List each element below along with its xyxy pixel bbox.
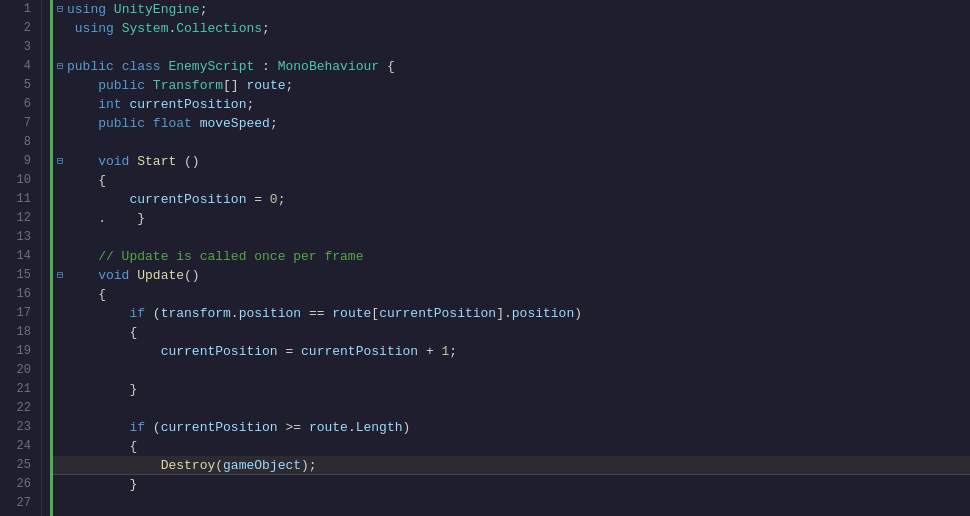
fold-9[interactable]: ⊟: [53, 152, 67, 171]
token: public: [98, 78, 145, 93]
token: MonoBehaviour: [278, 59, 379, 74]
token: Transform: [153, 78, 223, 93]
fold-1[interactable]: ⊟: [53, 0, 67, 19]
line-number-23: 23: [0, 418, 31, 437]
token: if: [129, 306, 145, 321]
line-number-6: 6: [0, 95, 31, 114]
line-number-24: 24: [0, 437, 31, 456]
token: =: [246, 192, 269, 207]
token: .: [348, 420, 356, 435]
line-number-26: 26: [0, 475, 31, 494]
code-line-27: [50, 494, 970, 513]
token: ;: [285, 78, 293, 93]
token: }: [129, 382, 137, 397]
code-line-10: {: [50, 171, 970, 190]
code-line-24: {: [50, 437, 970, 456]
code-line-11: currentPosition = 0;: [50, 190, 970, 209]
token: currentPosition: [379, 306, 496, 321]
token: 0: [270, 192, 278, 207]
token: {: [98, 287, 106, 302]
code-line-3: [50, 38, 970, 57]
token: ;: [270, 116, 278, 131]
tokens-18: {: [67, 323, 137, 342]
token: (: [215, 458, 223, 473]
code-line-5: public Transform[] route;: [50, 76, 970, 95]
token: {: [129, 439, 137, 454]
tokens-4: public class EnemyScript : MonoBehaviour…: [67, 57, 395, 76]
line-number-2: 2: [0, 19, 31, 38]
token: class: [122, 59, 161, 74]
token: using: [75, 21, 114, 36]
token: [67, 211, 98, 226]
tokens-7: public float moveSpeed;: [67, 114, 278, 133]
code-line-20: [50, 361, 970, 380]
tokens-24: {: [67, 437, 137, 456]
token: currentPosition: [129, 192, 246, 207]
token: public: [67, 59, 114, 74]
token: void: [98, 154, 129, 169]
token: Length: [356, 420, 403, 435]
line-number-25: 25: [0, 456, 31, 475]
token: [67, 21, 75, 36]
tokens-23: if (currentPosition >= route.Length): [67, 418, 410, 437]
token: ==: [301, 306, 332, 321]
tokens-2: using System.Collections;: [67, 19, 270, 38]
line-number-27: 27: [0, 494, 31, 513]
tokens-19: currentPosition = currentPosition + 1;: [67, 342, 457, 361]
code-line-2: using System.Collections;: [50, 19, 970, 38]
token: ): [403, 420, 411, 435]
token: [145, 116, 153, 131]
line-number-20: 20: [0, 361, 31, 380]
token: {: [379, 59, 395, 74]
line-number-19: 19: [0, 342, 31, 361]
token: >=: [278, 420, 309, 435]
token: gameObject: [223, 458, 301, 473]
token: [67, 249, 98, 264]
token: :: [254, 59, 277, 74]
token: (: [145, 420, 161, 435]
line-number-14: 14: [0, 247, 31, 266]
code-line-18: {: [50, 323, 970, 342]
code-line-6: int currentPosition;: [50, 95, 970, 114]
line-number-18: 18: [0, 323, 31, 342]
token: [67, 173, 98, 188]
code-line-13: [50, 228, 970, 247]
code-line-9: ⊟ void Start (): [50, 152, 970, 171]
token: route: [332, 306, 371, 321]
tokens-6: int currentPosition;: [67, 95, 254, 114]
code-line-1: ⊟using UnityEngine;: [50, 0, 970, 19]
line-number-17: 17: [0, 304, 31, 323]
token: Destroy: [161, 458, 216, 473]
token: [: [371, 306, 379, 321]
tokens-25: Destroy(gameObject);: [67, 456, 317, 475]
line-number-16: 16: [0, 285, 31, 304]
fold-4[interactable]: ⊟: [53, 57, 67, 76]
code-line-12: . }: [50, 209, 970, 228]
token: [67, 268, 98, 283]
tokens-5: public Transform[] route;: [67, 76, 293, 95]
tokens-14: // Update is called once per frame: [67, 247, 363, 266]
token: Start: [137, 154, 176, 169]
fold-15[interactable]: ⊟: [53, 266, 67, 285]
code-line-21: }: [50, 380, 970, 399]
token: [106, 211, 137, 226]
token: [114, 21, 122, 36]
code-line-17: if (transform.position == route[currentP…: [50, 304, 970, 323]
token: [67, 192, 129, 207]
token: // Update is called once per frame: [98, 249, 363, 264]
token: ;: [200, 2, 208, 17]
token: ;: [262, 21, 270, 36]
code-line-16: {: [50, 285, 970, 304]
token: [67, 458, 161, 473]
token: moveSpeed: [192, 116, 270, 131]
token: []: [223, 78, 239, 93]
code-content[interactable]: ⊟using UnityEngine; using System.Collect…: [42, 0, 970, 516]
token: .: [98, 211, 106, 226]
code-line-14: // Update is called once per frame: [50, 247, 970, 266]
token: [67, 116, 98, 131]
token: float: [153, 116, 192, 131]
line-number-13: 13: [0, 228, 31, 247]
token: System: [122, 21, 169, 36]
token: [67, 78, 98, 93]
token: int: [98, 97, 121, 112]
